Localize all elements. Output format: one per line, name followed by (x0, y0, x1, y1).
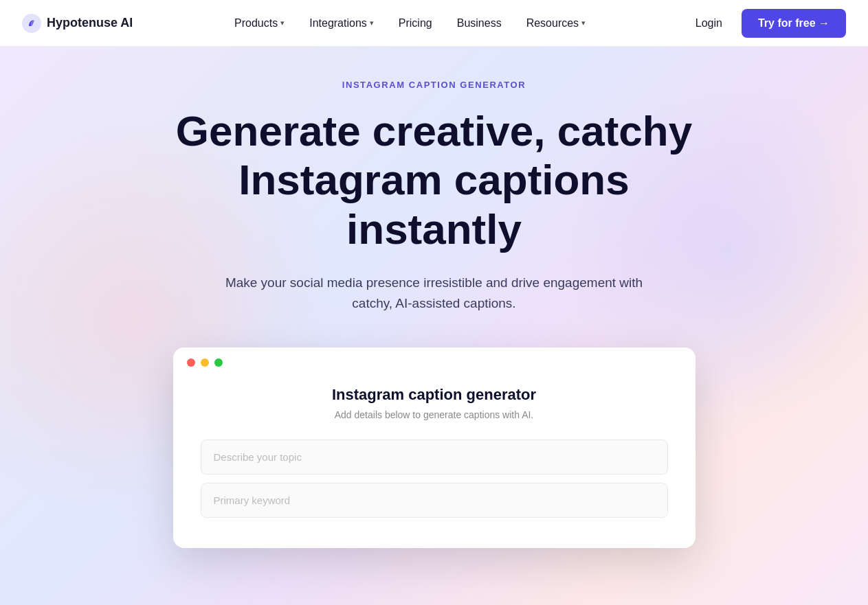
window-dot-yellow (201, 358, 209, 367)
logo[interactable]: Hypotenuse AI (22, 14, 133, 33)
chevron-down-icon: ▾ (280, 19, 285, 27)
nav-business[interactable]: Business (446, 12, 513, 35)
nav-integrations[interactable]: Integrations ▾ (298, 12, 385, 35)
window-dot-green (214, 358, 223, 367)
hero-eyebrow: INSTAGRAM CAPTION GENERATOR (342, 80, 526, 90)
hero-title: Generate creative, catchy Instagram capt… (159, 106, 709, 253)
nav-products[interactable]: Products ▾ (223, 12, 296, 35)
keyword-input[interactable] (201, 483, 668, 518)
nav-resources[interactable]: Resources ▾ (515, 12, 597, 35)
logo-icon (22, 14, 41, 33)
nav-links: Products ▾ Integrations ▾ Pricing Busine… (133, 12, 687, 35)
chevron-down-icon: ▾ (370, 19, 374, 27)
app-window: Instagram caption generator Add details … (173, 347, 695, 548)
window-chrome (173, 347, 695, 375)
nav-pricing[interactable]: Pricing (388, 12, 443, 35)
logo-text: Hypotenuse AI (47, 16, 133, 30)
login-link[interactable]: Login (687, 12, 731, 35)
hero-subtitle: Make your social media presence irresist… (208, 273, 661, 315)
window-dot-red (187, 358, 195, 367)
chevron-down-icon: ▾ (581, 19, 586, 27)
nav-right: Login Try for free → (687, 9, 846, 38)
window-title: Instagram caption generator (201, 386, 668, 404)
window-body: Instagram caption generator Add details … (173, 375, 695, 548)
navbar: Hypotenuse AI Products ▾ Integrations ▾ … (0, 0, 868, 47)
try-for-free-button[interactable]: Try for free → (742, 9, 846, 38)
hero-section: INSTAGRAM CAPTION GENERATOR Generate cre… (0, 47, 868, 605)
window-description: Add details below to generate captions w… (201, 409, 668, 420)
topic-input[interactable] (201, 440, 668, 475)
